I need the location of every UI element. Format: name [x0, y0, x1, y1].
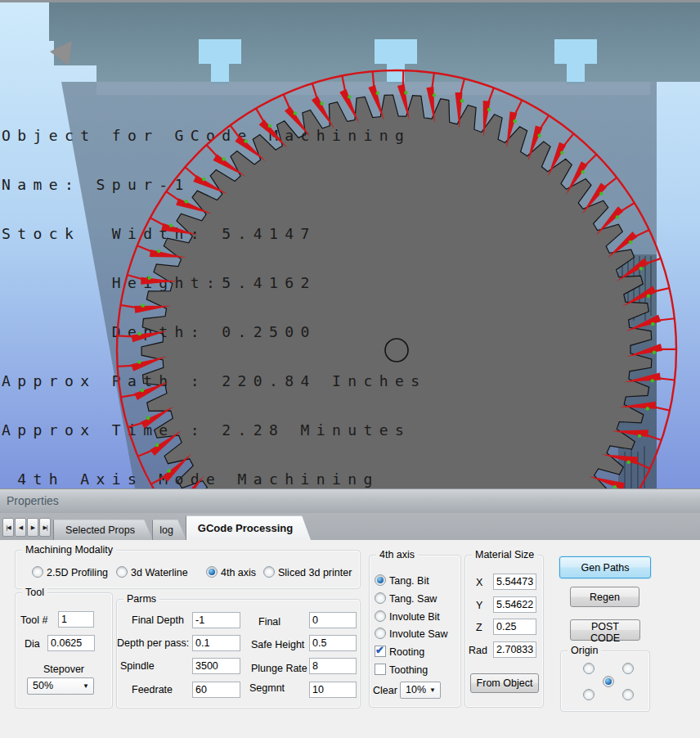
radio-tang-saw[interactable] — [375, 592, 386, 604]
chevron-down-icon: ▼ — [83, 678, 89, 694]
origin-bottom-right-radio[interactable] — [622, 689, 634, 700]
regen-button[interactable]: Regen — [570, 587, 639, 607]
viewport-3d[interactable]: Object for GCode Machining Name: Spur-1 … — [0, 0, 700, 488]
tool-number-label: Tool # — [20, 614, 47, 626]
depth-per-pass-field[interactable] — [192, 635, 240, 651]
field-label: Final Depth — [132, 614, 184, 626]
gcode-processing-panel: Machining Modality 2.5D Profiling 3d Wat… — [0, 540, 700, 738]
last-tab-button[interactable]: ▶| — [39, 518, 51, 537]
group-legend: Machining Modality — [22, 544, 116, 556]
radio-tang-bit[interactable] — [375, 574, 386, 586]
tab-bar: |◀ ◀ ▶ ▶| Selected Props log GCode Proce… — [0, 513, 700, 540]
from-object-button[interactable]: From Object — [470, 673, 539, 693]
origin-top-right-radio[interactable] — [622, 663, 634, 674]
spindle-field[interactable] — [192, 658, 240, 674]
machine-scene — [0, 0, 700, 488]
machining-modality-group: Machining Modality 2.5D Profiling 3d Wat… — [15, 550, 361, 589]
stepover-value: 50% — [33, 680, 53, 691]
radio-label: Sliced 3d printer — [278, 567, 352, 578]
radio-label: 3d Waterline — [131, 567, 188, 578]
x-label: X — [476, 577, 482, 588]
clear-label: Clear — [373, 685, 397, 696]
gear-center-hole — [385, 339, 408, 362]
tab-selected-props[interactable]: Selected Props — [53, 520, 153, 540]
radio-label: Tang. Saw — [389, 593, 437, 605]
clear-value: 10% — [406, 684, 426, 695]
final-depth-field[interactable] — [192, 612, 240, 628]
radio-label: 4th axis — [221, 567, 256, 578]
y-field[interactable] — [493, 596, 536, 613]
z-field[interactable] — [493, 619, 536, 635]
checkbox-label: Rooting — [389, 646, 424, 658]
feedrate-field[interactable] — [192, 682, 240, 698]
rad-label: Rad — [469, 645, 487, 656]
stepover-dropdown[interactable]: 50% ▼ — [27, 677, 94, 695]
material-size-group: Material Size X Y Z Rad From Object — [464, 555, 544, 708]
tab-log[interactable]: log — [152, 520, 186, 540]
tab-gcode-processing[interactable]: GCode Processing — [186, 515, 311, 540]
final-field[interactable] — [309, 612, 357, 628]
rad-field[interactable] — [493, 641, 536, 658]
segmnt-field[interactable] — [309, 682, 357, 698]
group-legend: 4th axis — [376, 549, 418, 560]
field-label: Feedrate — [132, 684, 173, 695]
first-tab-button[interactable]: |◀ — [2, 518, 14, 537]
stepover-label: Stepover — [43, 664, 84, 675]
radio-4th-axis[interactable] — [206, 566, 218, 578]
z-label: Z — [476, 622, 482, 633]
fourth-axis-group: 4th axis Tang. Bit Tang. Saw Involute Bi… — [369, 555, 461, 708]
origin-bottom-left-radio[interactable] — [583, 689, 595, 700]
radio-3d-waterline[interactable] — [116, 566, 128, 578]
radio-label: 2.5D Profiling — [47, 567, 108, 578]
field-label: Plunge Rate — [251, 663, 307, 674]
post-code-button[interactable]: POST CODE — [570, 619, 640, 641]
radio-label: Involute Bit — [389, 611, 440, 623]
properties-titlebar: Properties — [0, 488, 700, 513]
next-tab-button[interactable]: ▶ — [27, 518, 38, 537]
x-field[interactable] — [493, 574, 536, 590]
panel-title: Properties — [7, 494, 59, 507]
group-legend: Parms — [123, 593, 159, 605]
y-label: Y — [476, 600, 482, 611]
radio-label: Involute Saw — [389, 628, 448, 640]
group-legend: Material Size — [472, 549, 537, 560]
rooting-checkbox[interactable] — [375, 646, 386, 657]
toothing-checkbox[interactable] — [375, 664, 386, 675]
dia-field[interactable] — [47, 635, 95, 651]
group-legend: Tool — [22, 587, 47, 598]
radio-involute-saw[interactable] — [375, 628, 386, 639]
group-legend: Origin — [568, 645, 601, 656]
prev-tab-button[interactable]: ◀ — [15, 518, 26, 537]
origin-group: Origin — [560, 650, 650, 712]
chevron-down-icon: ▼ — [429, 682, 436, 698]
parms-group: Parms Final Depth Depth per pass: Spindl… — [116, 599, 361, 709]
field-label: Final — [258, 616, 280, 628]
field-label: Spindle — [120, 660, 155, 672]
radio-sliced-3d-printer[interactable] — [263, 566, 275, 578]
origin-center-radio[interactable] — [603, 676, 614, 687]
bed-edge-highlight — [96, 82, 650, 95]
window-top-edge — [0, 0, 700, 2]
origin-top-left-radio[interactable] — [583, 663, 595, 674]
tool-group: Tool Tool # Dia Stepover 50% ▼ — [15, 592, 113, 709]
field-label: Depth per pass: — [117, 637, 189, 649]
radio-involute-bit[interactable] — [375, 610, 386, 622]
safe-height-field[interactable] — [309, 635, 357, 651]
tool-number-field[interactable] — [58, 611, 94, 628]
field-label: Segmnt — [249, 682, 285, 694]
checkbox-label: Toothing — [389, 664, 428, 676]
plunge-rate-field[interactable] — [309, 658, 357, 674]
radio-25d-profiling[interactable] — [32, 566, 43, 578]
radio-label: Tang. Bit — [389, 575, 429, 587]
dia-label: Dia — [25, 638, 40, 650]
field-label: Safe Height — [251, 639, 304, 650]
clear-dropdown[interactable]: 10% ▼ — [400, 682, 441, 699]
gen-paths-button[interactable]: Gen Paths — [559, 556, 651, 578]
